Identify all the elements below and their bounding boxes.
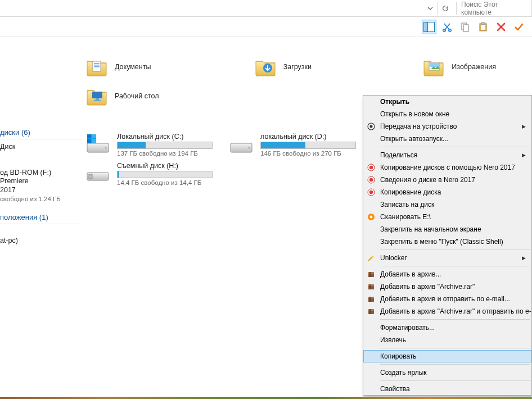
drive-label: Локальный диск (C:) bbox=[117, 133, 213, 140]
context-menu-label: Закрепить на начальном экране bbox=[380, 225, 481, 233]
context-menu-label: Открыть bbox=[380, 98, 409, 106]
avast-icon bbox=[367, 212, 376, 221]
address-bar: Поиск: Этот компьюте bbox=[0, 0, 532, 17]
folder-tile[interactable]: Рабочий стол bbox=[85, 83, 215, 109]
context-menu-item[interactable]: Извлечь bbox=[363, 334, 531, 346]
context-menu-label: Копировать bbox=[380, 352, 417, 360]
drive-tile[interactable]: локальный диск (D:) 146 ГБ свободно из 2… bbox=[229, 132, 361, 157]
bdrom-item[interactable]: од BD-ROM (F:) Premiere 2017 свободно из… bbox=[0, 165, 82, 206]
context-menu-item[interactable]: Копирование дисков с помощью Nero 2017 bbox=[363, 161, 531, 174]
paste-icon[interactable] bbox=[476, 20, 490, 34]
context-menu: ОткрытьОткрыть в новом окнеПередача на у… bbox=[363, 95, 532, 396]
context-menu-separator bbox=[380, 266, 530, 266]
context-menu-item[interactable]: Создать ярлык bbox=[363, 366, 531, 379]
context-menu-item[interactable]: Записать на диск bbox=[363, 198, 531, 211]
svg-rect-47 bbox=[368, 297, 374, 298]
preview-pane-button[interactable] bbox=[422, 20, 436, 34]
svg-rect-18 bbox=[94, 100, 101, 101]
context-menu-separator bbox=[380, 250, 530, 250]
context-menu-item[interactable]: Копирование диска bbox=[363, 186, 531, 198]
context-menu-label: Добавить в архив и отправить по e-mail..… bbox=[380, 295, 510, 303]
folder-tile[interactable]: Загрузки bbox=[254, 54, 364, 80]
disk-label: Диск bbox=[0, 139, 82, 155]
drive-tile[interactable]: Съемный диск (H:) 14,4 ГБ свободно из 14… bbox=[85, 161, 218, 187]
drive-free-text: 137 ГБ свободно из 194 ГБ bbox=[117, 150, 213, 157]
context-menu-item[interactable]: Форматировать... bbox=[363, 321, 531, 334]
context-menu-item[interactable]: Добавить в архив... bbox=[363, 268, 531, 280]
svg-rect-5 bbox=[463, 25, 468, 31]
svg-rect-12 bbox=[94, 66, 100, 67]
context-menu-item[interactable]: Сканировать E:\ bbox=[363, 211, 531, 223]
drive-label: Съемный диск (H:) bbox=[117, 162, 213, 170]
context-menu-separator bbox=[380, 348, 530, 348]
context-menu-label: Добавить в архив "Archive.rar" и отправи… bbox=[380, 307, 531, 315]
broadcast-icon bbox=[367, 122, 376, 131]
context-menu-label: Сканировать E:\ bbox=[380, 213, 431, 221]
context-menu-label: Форматировать... bbox=[380, 324, 435, 332]
svg-rect-25 bbox=[92, 139, 96, 143]
address-dropdown-icon[interactable] bbox=[426, 2, 435, 15]
rar-icon bbox=[367, 270, 376, 279]
context-menu-item[interactable]: Свойства bbox=[363, 383, 531, 395]
rar-icon bbox=[367, 294, 376, 303]
context-menu-label: Сведения о диске в Nero 2017 bbox=[380, 176, 475, 184]
bdrom-line2: 2017 bbox=[0, 186, 82, 195]
svg-rect-44 bbox=[368, 284, 374, 286]
svg-rect-22 bbox=[87, 134, 91, 138]
context-menu-label: Открыть автозапуск... bbox=[380, 135, 448, 143]
context-menu-label: Добавить в архив "Archive.rar" bbox=[380, 283, 475, 291]
rar-icon bbox=[367, 282, 376, 291]
context-menu-item[interactable]: Добавить в архив "Archive.rar" и отправи… bbox=[363, 305, 531, 318]
context-menu-item[interactable]: Открыть bbox=[363, 96, 531, 108]
context-menu-separator bbox=[380, 364, 530, 365]
cut-icon[interactable] bbox=[440, 20, 454, 34]
context-menu-label: Закрепить в меню "Пуск" (Classic Shell) bbox=[380, 238, 503, 246]
context-menu-label: Открыть в новом окне bbox=[380, 110, 449, 118]
copy-icon[interactable] bbox=[458, 20, 472, 34]
svg-rect-42 bbox=[369, 272, 371, 277]
section-locations-header: положения (1) bbox=[0, 211, 82, 224]
context-menu-item[interactable]: Открыть в новом окне bbox=[363, 108, 531, 120]
section-drives-header: диски (6) bbox=[0, 126, 82, 139]
context-menu-item[interactable]: Копировать bbox=[363, 350, 531, 362]
nero-red-icon bbox=[367, 188, 376, 197]
context-menu-label: Извлечь bbox=[380, 336, 406, 344]
context-menu-label: Поделиться bbox=[380, 151, 417, 159]
context-menu-item[interactable]: Unlocker▶ bbox=[363, 252, 531, 264]
context-menu-item[interactable]: Добавить в архив "Archive.rar" bbox=[363, 280, 531, 293]
nero-red-icon bbox=[367, 175, 376, 184]
svg-rect-1 bbox=[424, 22, 428, 31]
context-menu-item[interactable]: Закрепить на начальном экране bbox=[363, 223, 531, 235]
folder-label: Загрузки bbox=[283, 63, 312, 71]
context-menu-item[interactable]: Закрепить в меню "Пуск" (Classic Shell) bbox=[363, 235, 531, 248]
svg-point-39 bbox=[370, 216, 373, 219]
svg-rect-50 bbox=[368, 309, 374, 311]
confirm-icon[interactable] bbox=[512, 20, 526, 34]
context-menu-label: Передача на устройство bbox=[380, 123, 457, 130]
svg-rect-51 bbox=[369, 309, 371, 314]
svg-rect-11 bbox=[94, 65, 100, 66]
search-placeholder: Поиск: Этот компьюте bbox=[461, 1, 527, 16]
search-input[interactable]: Поиск: Этот компьюте bbox=[456, 2, 529, 15]
context-menu-item[interactable]: Добавить в архив и отправить по e-mail..… bbox=[363, 293, 531, 305]
svg-rect-24 bbox=[87, 139, 91, 143]
context-menu-separator bbox=[380, 147, 530, 147]
context-menu-item[interactable]: Открыть автозапуск... bbox=[363, 133, 531, 145]
refresh-icon[interactable] bbox=[437, 2, 453, 15]
drive-tile[interactable]: Локальный диск (C:) 137 ГБ свободно из 1… bbox=[85, 132, 218, 157]
delete-icon[interactable] bbox=[494, 20, 508, 34]
network-host[interactable]: at-pc) bbox=[0, 233, 82, 249]
context-menu-item[interactable]: Сведения о диске в Nero 2017 bbox=[363, 174, 531, 186]
context-menu-separator bbox=[380, 319, 530, 320]
drive-usage-bar bbox=[260, 142, 356, 149]
context-menu-item[interactable]: Поделиться▶ bbox=[363, 149, 531, 161]
toolbar bbox=[0, 17, 532, 37]
folder-tile[interactable]: Документы bbox=[85, 54, 195, 80]
svg-point-27 bbox=[249, 147, 250, 149]
drive-free-text: 14,4 ГБ свободно из 14,4 ГБ bbox=[117, 179, 213, 186]
svg-point-33 bbox=[369, 166, 373, 169]
rar-icon bbox=[367, 307, 376, 316]
context-menu-item[interactable]: Передача на устройство▶ bbox=[363, 120, 531, 133]
svg-rect-7 bbox=[481, 22, 485, 25]
folder-tile[interactable]: Изображения bbox=[422, 54, 532, 80]
